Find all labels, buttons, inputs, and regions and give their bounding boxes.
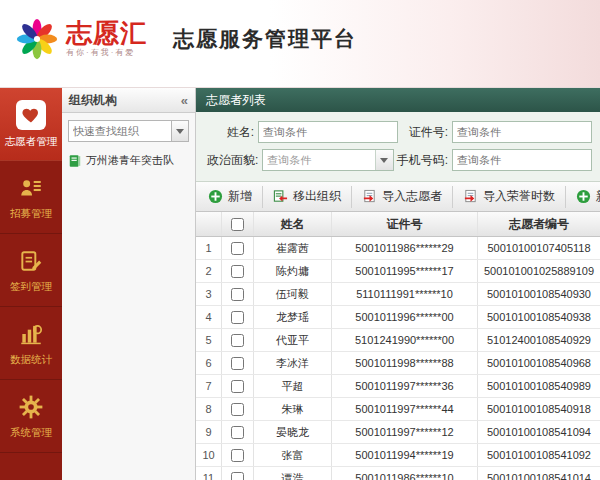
organization-tree: 万州港青年突击队 xyxy=(62,147,195,174)
logo-text: 志愿汇 xyxy=(66,19,147,48)
row-number: 9 xyxy=(196,421,222,443)
row-checkbox[interactable] xyxy=(231,380,244,393)
chevron-down-icon xyxy=(176,129,184,134)
row-checkbox[interactable] xyxy=(231,403,244,416)
import-honor-hours-button[interactable]: 导入荣誉时数 xyxy=(453,186,566,208)
volunteer-id: 5001011997******44 xyxy=(332,398,478,420)
table-row[interactable]: 10 张富 5001011994******19 500101001085410… xyxy=(196,444,600,467)
table-row[interactable]: 2 陈灼墉 5001011995******17 500101001025889… xyxy=(196,260,600,283)
org-search-input[interactable] xyxy=(68,120,171,142)
name-filter-input[interactable] xyxy=(258,121,398,143)
table-row[interactable]: 4 龙梦瑶 5001011996******00 500101001085409… xyxy=(196,306,600,329)
import-icon xyxy=(463,189,478,204)
sidebar-item-recruit-mgmt[interactable]: 招募管理 xyxy=(0,161,62,234)
import-volunteers-button[interactable]: 导入志愿者 xyxy=(352,186,453,208)
volunteer-number: 500101001025889109 xyxy=(478,260,600,282)
volunteer-id: 5001011998******88 xyxy=(332,352,478,374)
row-number: 8 xyxy=(196,398,222,420)
volunteer-id: 5001011996******00 xyxy=(332,306,478,328)
table-row[interactable]: 6 李冰洋 5001011998******88 500101001085409… xyxy=(196,352,600,375)
sidebar-item-system-mgmt[interactable]: 系统管理 xyxy=(0,380,62,453)
row-checkbox[interactable] xyxy=(231,288,244,301)
app-header: 志愿汇 有你·有我·有爱 志愿服务管理平台 xyxy=(0,0,600,88)
volunteer-name: 晏晓龙 xyxy=(254,421,332,443)
table-row[interactable]: 5 代亚平 5101241990******00 510124001085409… xyxy=(196,329,600,352)
org-book-icon xyxy=(68,154,82,168)
table-row[interactable]: 11 谭浩 5001011986******10 500101001085410… xyxy=(196,467,600,480)
table-row[interactable]: 9 晏晓龙 5001011997******12 500101001085410… xyxy=(196,421,600,444)
plus-icon xyxy=(576,189,591,204)
chevron-down-icon xyxy=(375,150,393,170)
add-volunteer-button[interactable]: 新增 xyxy=(198,186,263,208)
volunteer-number: 50010100108541092 xyxy=(478,444,600,466)
sidebar-item-checkin-mgmt[interactable]: 签到管理 xyxy=(0,234,62,307)
row-checkbox[interactable] xyxy=(231,334,244,347)
tree-item-label: 万州港青年突击队 xyxy=(86,153,174,168)
phone-filter-input[interactable] xyxy=(452,149,592,171)
volunteer-number: 50010100108541094 xyxy=(478,421,600,443)
row-checkbox[interactable] xyxy=(231,357,244,370)
volunteer-id: 5001011986******10 xyxy=(332,467,478,480)
row-number: 7 xyxy=(196,375,222,397)
recruit-icon xyxy=(17,174,45,202)
row-checkbox[interactable] xyxy=(231,311,244,324)
table-row[interactable]: 7 平超 5001011997******36 5001010010854098… xyxy=(196,375,600,398)
sidebar-item-label: 系统管理 xyxy=(10,426,52,440)
filter-form: 姓名: 证件号: 政治面貌: 查询条件 手机号码: xyxy=(196,112,600,182)
volunteer-table-body: 1 崔露茜 5001011986******29 500101001074051… xyxy=(196,237,600,480)
select-all-checkbox[interactable] xyxy=(231,218,244,231)
row-checkbox[interactable] xyxy=(231,265,244,278)
political-status-select[interactable]: 查询条件 xyxy=(262,149,393,171)
volunteer-name: 张富 xyxy=(254,444,332,466)
logo-tagline: 有你·有我·有爱 xyxy=(66,49,147,58)
volunteer-name: 谭浩 xyxy=(254,467,332,480)
page-title: 志愿服务管理平台 xyxy=(173,25,357,53)
volunteer-name: 朱琳 xyxy=(254,398,332,420)
id-filter-label: 证件号: xyxy=(398,124,452,141)
volunteer-id: 5001011997******36 xyxy=(332,375,478,397)
volunteer-id: 5001011994******19 xyxy=(332,444,478,466)
volunteer-name: 李冰洋 xyxy=(254,352,332,374)
row-checkbox[interactable] xyxy=(231,242,244,255)
row-checkbox[interactable] xyxy=(231,449,244,462)
row-checkbox[interactable] xyxy=(231,426,244,439)
plus-icon xyxy=(208,189,223,204)
volunteer-name: 代亚平 xyxy=(254,329,332,351)
button-label: 导入荣誉时数 xyxy=(483,188,555,205)
stats-icon xyxy=(17,320,45,348)
tree-item-organization[interactable]: 万州港青年突击队 xyxy=(68,151,189,170)
sidebar: 志愿者管理 招募管理 xyxy=(0,88,62,480)
row-number: 4 xyxy=(196,306,222,328)
row-checkbox[interactable] xyxy=(231,472,244,480)
add-honor-hours-button[interactable]: 新增荣誉时数 xyxy=(566,186,600,208)
app-window: 志愿汇 有你·有我·有爱 志愿服务管理平台 志愿者管理 xyxy=(0,0,600,480)
volunteer-number: 50010100108541014 xyxy=(478,467,600,480)
collapse-panel-button[interactable]: « xyxy=(181,93,188,108)
phone-filter-label: 手机号码: xyxy=(394,152,452,169)
volunteer-number: 50010100108540989 xyxy=(478,375,600,397)
political-select-value: 查询条件 xyxy=(263,153,374,168)
volunteer-name: 伍珂毅 xyxy=(254,283,332,305)
volunteer-number: 51012400108540929 xyxy=(478,329,600,351)
volunteer-id: 5001011997******12 xyxy=(332,421,478,443)
volunteer-name: 崔露茜 xyxy=(254,237,332,259)
sidebar-item-data-stats[interactable]: 数据统计 xyxy=(0,307,62,380)
table-row[interactable]: 8 朱琳 5001011997******44 5001010010854091… xyxy=(196,398,600,421)
volunteer-number: 50010100108540968 xyxy=(478,352,600,374)
id-filter-input[interactable] xyxy=(452,121,592,143)
volunteer-list-panel: 志愿者列表 姓名: 证件号: 政治面貌: 查询条件 手机号码: xyxy=(196,88,600,480)
table-row[interactable]: 1 崔露茜 5001011986******29 500101001074051… xyxy=(196,237,600,260)
sidebar-item-label: 签到管理 xyxy=(10,280,52,294)
remove-from-org-button[interactable]: 移出组织 xyxy=(263,186,352,208)
flower-logo-icon xyxy=(14,16,60,62)
name-filter-label: 姓名: xyxy=(204,124,258,141)
heart-icon xyxy=(16,100,46,130)
table-row[interactable]: 3 伍珂毅 5110111991******10 500101001085409… xyxy=(196,283,600,306)
sidebar-item-label: 数据统计 xyxy=(10,353,52,367)
button-label: 新增 xyxy=(228,188,252,205)
volunteer-id: 5110111991******10 xyxy=(332,283,478,305)
import-icon xyxy=(362,189,377,204)
sidebar-item-label: 志愿者管理 xyxy=(5,135,58,149)
org-search-dropdown-button[interactable] xyxy=(171,120,189,142)
sidebar-item-volunteer-mgmt[interactable]: 志愿者管理 xyxy=(0,88,62,161)
